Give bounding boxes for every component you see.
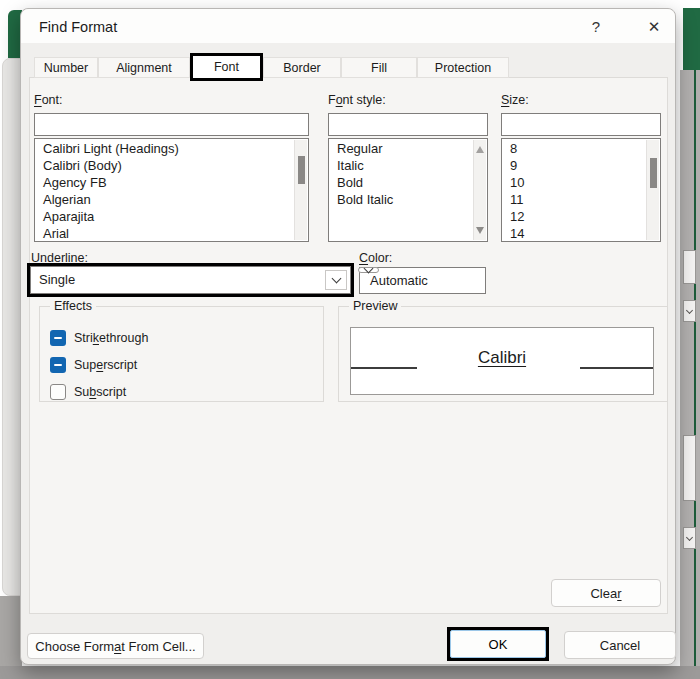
preview-group: Preview Calibri — [338, 306, 668, 402]
effects-group: Effects Strikethrough Superscript Subscr… — [39, 306, 324, 402]
help-button[interactable]: ? — [581, 16, 611, 38]
scrollbar-thumb[interactable] — [298, 156, 305, 184]
background-scrollbar-button[interactable] — [683, 527, 696, 549]
scrollbar-thumb[interactable] — [650, 158, 657, 188]
tab-border[interactable]: Border — [263, 57, 341, 78]
list-item[interactable]: Algerian — [35, 191, 308, 208]
size-list: 8 9 10 11 12 14 — [501, 138, 661, 242]
font-name-input[interactable] — [34, 113, 309, 136]
background-bottom-left — [0, 596, 22, 668]
list-item[interactable]: 9 — [502, 157, 660, 174]
preview-text: Calibri — [351, 348, 653, 368]
list-item[interactable]: Bold — [329, 174, 487, 191]
title-bar: Find Format ? ✕ — [21, 9, 675, 43]
dialog-title: Find Format — [39, 19, 117, 35]
help-icon: ? — [592, 18, 600, 35]
subscript-label: Subscript — [74, 385, 126, 399]
dropdown-button[interactable] — [358, 267, 379, 273]
scroll-arrow-icon — [686, 534, 693, 541]
superscript-label: Superscript — [74, 358, 137, 372]
background-scrollbar-thumb[interactable] — [683, 435, 696, 501]
background-status-band — [0, 666, 700, 679]
list-item[interactable]: Aparajita — [35, 208, 308, 225]
clear-button[interactable]: Clear — [551, 579, 661, 607]
font-list: Calibri Light (Headings) Calibri (Body) … — [34, 138, 309, 242]
font-style-label: Font style: — [328, 93, 386, 107]
font-style-list: Regular Italic Bold Bold Italic — [328, 138, 488, 242]
underline-select[interactable]: Single — [30, 266, 351, 294]
choose-format-from-cell-button[interactable]: Choose Format From Cell... — [27, 633, 204, 659]
preview-box: Calibri — [350, 327, 654, 395]
tab-protection[interactable]: Protection — [417, 57, 509, 78]
color-select[interactable]: Automatic — [359, 267, 486, 294]
subscript-checkbox[interactable] — [50, 384, 66, 400]
scroll-up-icon[interactable] — [476, 146, 484, 153]
cancel-button[interactable]: Cancel — [564, 631, 676, 659]
list-item[interactable]: Arial — [35, 225, 308, 242]
list-item[interactable]: Regular — [329, 140, 487, 157]
font-label: Font: — [34, 93, 63, 107]
mixed-state-icon — [54, 337, 62, 339]
scroll-arrow-icon — [686, 307, 693, 314]
tab-fill[interactable]: Fill — [341, 57, 417, 78]
excel-ribbon-edge-right — [683, 8, 700, 70]
list-item[interactable]: 11 — [502, 191, 660, 208]
background-scrollbar-thumb[interactable] — [683, 250, 696, 284]
list-item[interactable]: 10 — [502, 174, 660, 191]
find-format-dialog: Find Format ? ✕ Number Alignment Font Bo… — [20, 8, 676, 665]
background-scrollbar-button[interactable] — [683, 300, 696, 322]
list-item[interactable]: Agency FB — [35, 174, 308, 191]
list-item[interactable]: 8 — [502, 140, 660, 157]
font-list-scrollbar[interactable] — [294, 140, 307, 240]
font-style-input[interactable] — [328, 113, 488, 136]
tab-font[interactable]: Font — [190, 53, 263, 81]
list-item[interactable]: 14 — [502, 225, 660, 242]
color-label: Color: — [359, 251, 392, 265]
list-item[interactable]: Italic — [329, 157, 487, 174]
list-item[interactable]: 12 — [502, 208, 660, 225]
background-window-edge-left — [2, 58, 22, 596]
font-style-scrollbar[interactable] — [473, 140, 486, 240]
strikethrough-checkbox[interactable] — [50, 330, 66, 346]
size-list-scrollbar[interactable] — [646, 140, 659, 240]
scroll-down-icon[interactable] — [476, 227, 484, 234]
close-icon: ✕ — [648, 18, 661, 35]
tab-number[interactable]: Number — [34, 57, 98, 78]
superscript-checkbox[interactable] — [50, 357, 66, 373]
dropdown-button[interactable] — [325, 270, 347, 290]
size-input[interactable] — [501, 113, 661, 136]
ok-button[interactable]: OK — [450, 630, 546, 658]
underline-highlight: Single — [27, 263, 354, 297]
effects-group-title: Effects — [50, 299, 96, 313]
size-label: Size: — [501, 93, 529, 107]
preview-group-title: Preview — [349, 299, 401, 313]
ok-highlight: OK — [447, 627, 549, 661]
list-item[interactable]: Calibri Light (Headings) — [35, 140, 308, 157]
strikethrough-label: Strikethrough — [74, 331, 148, 345]
list-item[interactable]: Bold Italic — [329, 191, 487, 208]
close-button[interactable]: ✕ — [639, 16, 669, 38]
mixed-state-icon — [54, 364, 62, 366]
list-item[interactable]: Calibri (Body) — [35, 157, 308, 174]
tab-alignment[interactable]: Alignment — [98, 57, 190, 78]
chevron-down-icon — [331, 274, 341, 284]
excel-window-edge-line — [694, 70, 696, 668]
excel-scrollbar-strip — [680, 70, 700, 668]
